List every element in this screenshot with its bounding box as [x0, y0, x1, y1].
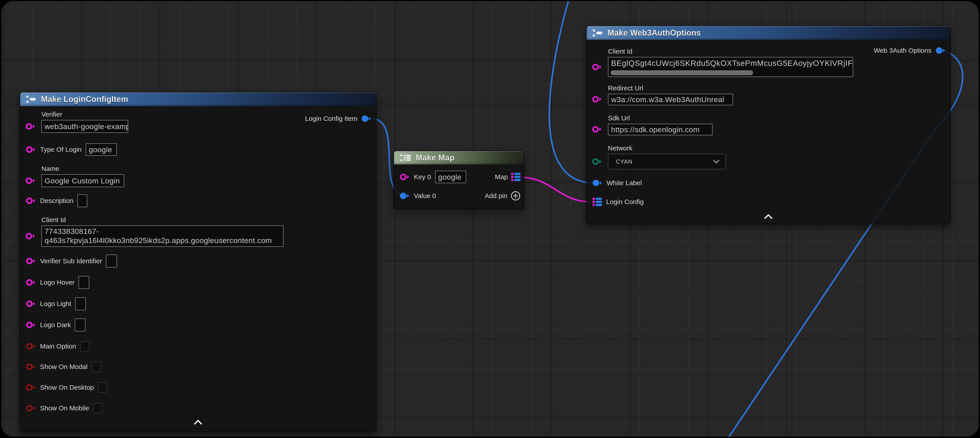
pin-label: Redirect Url	[608, 84, 950, 92]
verifier-input[interactable]: web3auth-google-example	[41, 120, 128, 133]
redirect-url-input[interactable]: w3a://com.w3a.Web3AuthUnreal	[608, 94, 733, 105]
type-of-login-input[interactable]: google	[86, 143, 117, 156]
node-make-loginconfigitem[interactable]: Make LoginConfigItem Login Config Item V…	[20, 92, 376, 432]
bool-pin[interactable]	[26, 342, 36, 350]
map-output: Map	[495, 170, 521, 184]
string-pin[interactable]	[26, 321, 36, 329]
string-pin[interactable]	[26, 257, 36, 265]
enum-pin[interactable]	[592, 157, 602, 166]
pin-label: Description	[40, 197, 73, 204]
pin-row-sdk-url: Sdk Url https://sdk.openlogin.com	[587, 114, 950, 135]
pin-label: Login Config	[606, 198, 644, 205]
pin-row-white-label: White Label	[587, 177, 950, 190]
node-make-map[interactable]: Make Map Key 0 google Map Value 0 A	[394, 151, 524, 209]
collapse-node-chevron-icon[interactable]	[763, 213, 774, 219]
pin-label: Name	[41, 164, 376, 173]
string-pin[interactable]	[25, 122, 36, 131]
pin-row-main-option: Main Option	[20, 341, 376, 351]
network-dropdown[interactable]: CYAN	[608, 154, 726, 169]
pin-label: Network	[608, 144, 950, 153]
pin-row-description: Description	[20, 194, 376, 207]
pin-row-verifier: Verifier web3auth-google-example	[20, 110, 376, 133]
pin-row-show-on-mobile: Show On Mobile	[20, 403, 376, 413]
add-pin-label: Add pin	[485, 192, 508, 200]
bool-pin[interactable]	[26, 404, 36, 413]
node-title: Make LoginConfigItem	[41, 95, 128, 104]
make-struct-icon	[592, 29, 604, 37]
add-pin[interactable]: Add pin	[485, 190, 521, 202]
bool-pin[interactable]	[26, 363, 36, 371]
string-pin[interactable]	[26, 196, 36, 205]
key0-input[interactable]: google	[435, 171, 466, 183]
pin-label: Show On Desktop	[40, 384, 94, 391]
pin-label: Client Id	[41, 216, 376, 224]
client-id-input[interactable]: 774338308167-q463s7kpvja16l4l0kko3nb925i…	[41, 225, 283, 247]
make-map-icon	[399, 153, 412, 162]
pin-row-name: Name Google Custom Login	[20, 164, 376, 187]
value0-struct-pin[interactable]	[400, 192, 410, 200]
add-pin-icon[interactable]	[511, 191, 521, 201]
field-value: https://sdk.openlogin.com	[611, 125, 700, 134]
show-on-modal-checkbox[interactable]	[91, 362, 101, 372]
pin-label: Show On Modal	[40, 363, 88, 371]
string-pin[interactable]	[25, 232, 36, 241]
pin-label: Client Id	[608, 47, 950, 56]
key0-string-pin[interactable]	[400, 173, 410, 181]
node-header[interactable]: Make Map	[394, 151, 524, 164]
node-header[interactable]: Make Web3AuthOptions	[587, 26, 950, 40]
map-output-pin[interactable]	[511, 172, 521, 182]
string-pin[interactable]	[26, 299, 36, 308]
field-value: Google Custom Login	[45, 177, 120, 185]
pin-row-logo-hover: Logo Hover	[20, 276, 376, 289]
field-hscrollbar[interactable]	[611, 70, 753, 75]
string-pin[interactable]	[26, 278, 36, 287]
output-pin-label: Map	[495, 173, 508, 181]
node-make-web3authoptions[interactable]: Make Web3AuthOptions Web 3Auth Options C…	[587, 26, 950, 224]
network-selected-value: CYAN	[616, 158, 632, 165]
show-on-desktop-checkbox[interactable]	[98, 382, 107, 393]
pin-row-login-config: Login Config	[587, 196, 950, 208]
client-id-input[interactable]: BEglQSgt4cUWcj6SKRdu5QkOXTsePmMcusG5EAoy…	[608, 57, 853, 77]
description-input[interactable]	[78, 194, 87, 207]
pin-label: Sdk Url	[608, 114, 950, 123]
pin-label: Value 0	[414, 192, 436, 200]
node-title: Make Web3AuthOptions	[608, 28, 701, 38]
sdk-url-input[interactable]: https://sdk.openlogin.com	[608, 124, 713, 135]
show-on-mobile-checkbox[interactable]	[93, 403, 102, 413]
name-input[interactable]: Google Custom Login	[41, 174, 124, 187]
pin-label: Logo Light	[40, 300, 71, 307]
blueprint-graph-canvas[interactable]: Make LoginConfigItem Login Config Item V…	[2, 1, 978, 436]
pin-row-type-of-login: Type Of Login google	[20, 143, 376, 156]
bool-pin[interactable]	[26, 383, 36, 392]
pin-label: Logo Dark	[40, 321, 71, 329]
chevron-down-icon	[713, 160, 720, 163]
logo-light-input[interactable]	[75, 297, 86, 310]
pin-row-value0: Value 0 Add pin	[394, 190, 524, 202]
field-value: 774338308167-q463s7kpvja16l4l0kko3nb925i…	[45, 227, 280, 245]
pin-row-logo-light: Logo Light	[20, 297, 376, 310]
pin-label: Main Option	[40, 342, 76, 350]
string-pin[interactable]	[25, 177, 36, 185]
main-option-checkbox[interactable]	[80, 341, 89, 351]
node-title: Make Map	[416, 153, 454, 162]
field-value: w3a://com.w3a.Web3AuthUnreal	[611, 95, 724, 104]
logo-dark-input[interactable]	[75, 319, 86, 331]
pin-row-show-on-modal: Show On Modal	[20, 362, 376, 372]
field-value: google	[438, 173, 461, 182]
pin-row-show-on-desktop: Show On Desktop	[20, 382, 376, 393]
logo-hover-input[interactable]	[78, 276, 89, 289]
string-pin[interactable]	[26, 145, 36, 154]
pin-label: Show On Mobile	[40, 405, 89, 412]
pin-row-logo-dark: Logo Dark	[20, 319, 376, 331]
pin-label: White Label	[606, 179, 642, 187]
string-pin[interactable]	[592, 125, 602, 134]
string-pin[interactable]	[592, 63, 602, 71]
collapse-node-chevron-icon[interactable]	[193, 419, 204, 425]
verifier-sub-identifier-input[interactable]	[106, 255, 117, 268]
login-config-map-pin[interactable]	[592, 197, 602, 207]
pin-label: Key 0	[414, 173, 431, 181]
string-pin[interactable]	[592, 95, 602, 104]
field-value: google	[89, 145, 112, 154]
white-label-struct-pin[interactable]	[592, 179, 603, 187]
node-header[interactable]: Make LoginConfigItem	[20, 92, 376, 106]
